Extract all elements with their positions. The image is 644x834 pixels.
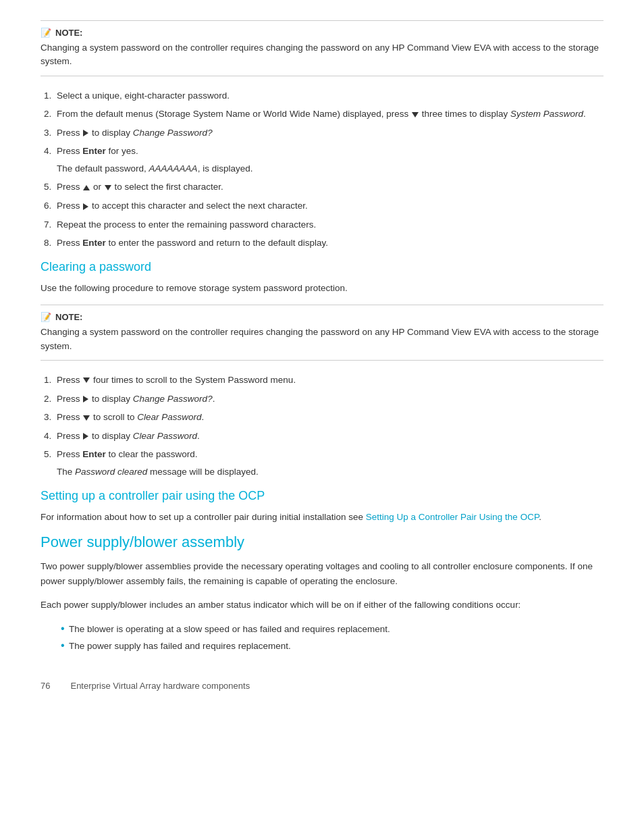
arrow-right-icon-4 — [83, 433, 88, 440]
page-content: 📝 NOTE: Changing a system password on th… — [41, 20, 603, 691]
note-title-2: 📝 NOTE: — [41, 312, 603, 322]
arrow-down-icon — [412, 112, 419, 118]
page-number: 76 — [41, 681, 50, 691]
clear-step-5-sub: The Password cleared message will be dis… — [57, 465, 603, 479]
note-label-1: NOTE: — [55, 28, 82, 38]
arrow-right-icon — [83, 130, 88, 136]
setting-up-controller-link[interactable]: Setting Up a Controller Pair Using the O… — [366, 512, 539, 522]
power-supply-para2: Each power supply/blower includes an amb… — [41, 598, 603, 613]
note-icon-1: 📝 — [41, 28, 51, 38]
clear-step-4: Press to display Clear Password. — [54, 429, 603, 444]
step-4: Press Enter for yes. The default passwor… — [54, 144, 603, 176]
clearing-password-heading: Clearing a password — [41, 260, 603, 274]
step-5: Press or to select the first character. — [54, 180, 603, 194]
bullet-item-2: The power supply has failed and requires… — [61, 639, 603, 654]
note-title-1: 📝 NOTE: — [41, 28, 603, 38]
steps-set-password: Select a unique, eight-character passwor… — [54, 88, 603, 251]
clear-step-3: Press to scroll to Clear Password. — [54, 410, 603, 425]
setting-up-intro-text: For information about how to set up a co… — [41, 512, 366, 522]
clear-step-1: Press four times to scroll to the System… — [54, 373, 603, 388]
setting-up-controller-intro: For information about how to set up a co… — [41, 510, 603, 525]
arrow-right-icon-3 — [83, 396, 88, 402]
setting-up-intro-end: . — [539, 512, 541, 522]
step-2: From the default menus (Storage System N… — [54, 107, 603, 122]
step-3: Press to display Change Password? — [54, 126, 603, 140]
bullet-item-1: The blower is operating at a slow speed … — [61, 622, 603, 637]
note-box-1: 📝 NOTE: Changing a system password on th… — [41, 20, 603, 76]
step-6: Press to accept this character and selec… — [54, 199, 603, 213]
steps-clear-password: Press four times to scroll to the System… — [54, 373, 603, 479]
arrow-up-icon — [83, 185, 90, 190]
power-supply-bullets: The blower is operating at a slow speed … — [61, 622, 603, 654]
clear-step-5: Press Enter to clear the password. The P… — [54, 447, 603, 479]
setting-up-controller-heading: Setting up a controller pair using the O… — [41, 489, 603, 503]
note-box-2: 📝 NOTE: Changing a system password on th… — [41, 305, 603, 361]
clear-step-2: Press to display Change Password?. — [54, 392, 603, 407]
power-supply-para1: Two power supply/blower assemblies provi… — [41, 559, 603, 588]
note-icon-2: 📝 — [41, 312, 51, 322]
step-4-sub: The default password, AAAAAAAA, is displ… — [57, 161, 603, 176]
arrow-down-icon-3 — [83, 377, 90, 383]
power-supply-heading: Power supply/blower assembly — [41, 533, 603, 551]
note-text-1: Changing a system password on the contro… — [41, 41, 603, 69]
note-label-2: NOTE: — [55, 312, 82, 322]
arrow-down-icon-4 — [83, 415, 90, 421]
step-7: Repeat the process to enter the remainin… — [54, 217, 603, 232]
step-8: Press Enter to enter the password and re… — [54, 236, 603, 251]
footer-text: Enterprise Virtual Array hardware compon… — [70, 681, 250, 691]
page-footer: 76 Enterprise Virtual Array hardware com… — [41, 681, 603, 691]
arrow-down-icon-2 — [105, 185, 111, 190]
clearing-password-intro: Use the following procedure to remove st… — [41, 281, 603, 296]
step-1: Select a unique, eight-character passwor… — [54, 88, 603, 103]
arrow-right-icon-2 — [83, 203, 88, 210]
note-text-2: Changing a system password on the contro… — [41, 325, 603, 353]
